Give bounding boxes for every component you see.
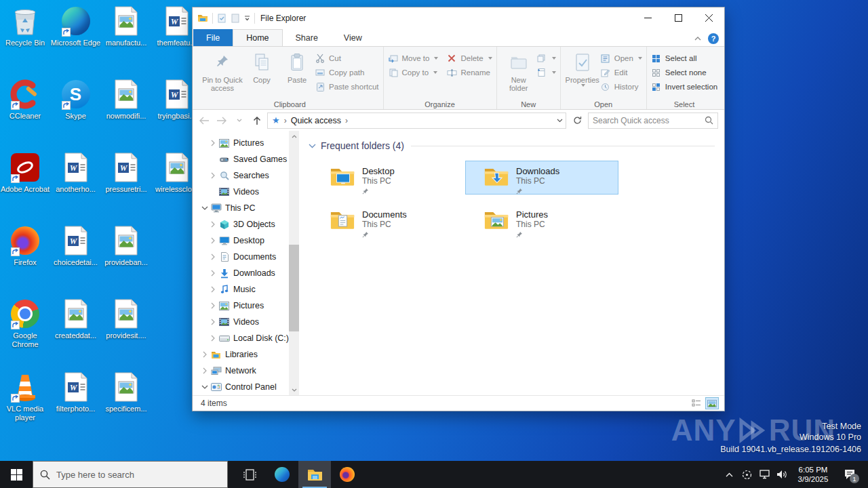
frequent-folder-tile-pictures[interactable]: PicturesThis PC xyxy=(465,204,618,238)
scroll-down-icon[interactable] xyxy=(289,384,299,395)
section-collapse-chevron-icon[interactable] xyxy=(309,144,316,148)
up-button[interactable] xyxy=(250,113,264,128)
chevron-right-icon[interactable] xyxy=(208,140,218,146)
tree-item-music[interactable]: Music xyxy=(193,281,299,298)
cut-button[interactable]: Cut xyxy=(315,52,379,64)
chevron-right-icon[interactable] xyxy=(208,335,218,342)
search-icon[interactable] xyxy=(705,116,713,125)
chevron-right-icon[interactable] xyxy=(208,237,218,244)
paste-shortcut-button[interactable]: Paste shortcut xyxy=(315,81,379,93)
qat-new-folder-icon[interactable] xyxy=(231,14,240,23)
nav-scrollbar[interactable] xyxy=(289,131,299,395)
copy-to-button[interactable]: Copy to xyxy=(388,66,439,79)
tree-item-3d-objects[interactable]: 3D Objects xyxy=(193,216,299,232)
frequent-folder-tile-downloads[interactable]: DownloadsThis PC xyxy=(465,161,618,195)
recent-locations-chevron-icon[interactable] xyxy=(232,113,247,128)
tree-item-pictures[interactable]: Pictures xyxy=(193,135,299,151)
address-breadcrumb[interactable]: Quick access xyxy=(267,113,566,129)
task-view-button[interactable] xyxy=(233,461,266,488)
desktop-icon-google-chrome[interactable]: Google Chrome xyxy=(0,298,50,349)
desktop-icon-choicedetai[interactable]: Wchoicedetai... xyxy=(51,225,101,267)
chevron-right-icon[interactable] xyxy=(208,221,218,228)
properties-button[interactable]: Properties xyxy=(565,49,600,87)
back-button[interactable] xyxy=(197,113,212,128)
taskbar-search-input[interactable]: Type here to search xyxy=(33,461,228,488)
chevron-right-icon[interactable] xyxy=(208,172,218,179)
desktop-icon-microsoft-edge[interactable]: Microsoft Edge xyxy=(51,5,101,47)
frequent-folder-tile-documents[interactable]: DocumentsThis PC xyxy=(311,204,465,238)
edit-button[interactable]: Edit xyxy=(600,66,642,79)
tree-item-libraries[interactable]: Libraries xyxy=(193,346,299,363)
chevron-right-icon[interactable] xyxy=(208,286,218,293)
desktop-icon-firefox[interactable]: Firefox xyxy=(0,225,50,267)
breadcrumb-location[interactable]: Quick access xyxy=(291,116,341,125)
tray-expand-chevron-icon[interactable] xyxy=(720,461,738,488)
easy-access-button[interactable] xyxy=(536,66,556,79)
desktop-icon-adobe-acrobat[interactable]: Adobe Acrobat xyxy=(0,152,50,194)
tab-view[interactable]: View xyxy=(331,29,375,46)
tree-item-control-panel[interactable]: Control Panel xyxy=(193,379,299,395)
tree-item-searches[interactable]: Searches xyxy=(193,167,299,184)
breadcrumb-chevron-icon2[interactable] xyxy=(344,116,349,125)
new-folder-button[interactable]: New folder xyxy=(501,49,536,92)
start-button[interactable] xyxy=(0,461,33,488)
help-button[interactable]: ? xyxy=(708,33,719,44)
minimize-button[interactable] xyxy=(633,7,663,28)
frequent-folder-tile-desktop[interactable]: DesktopThis PC xyxy=(311,161,465,195)
close-button[interactable] xyxy=(694,7,724,28)
refresh-button[interactable] xyxy=(569,113,585,129)
move-to-button[interactable]: Move to xyxy=(388,52,439,64)
desktop-icon-nowmodifi[interactable]: nowmodifi... xyxy=(101,79,151,121)
copy-path-button[interactable]: Copy path xyxy=(315,66,379,79)
tree-item-videos[interactable]: Videos xyxy=(193,314,299,330)
tree-item-videos[interactable]: Videos xyxy=(193,184,299,200)
chevron-right-icon[interactable] xyxy=(208,270,218,277)
open-button[interactable]: Open xyxy=(600,52,642,64)
chevron-down-icon[interactable] xyxy=(199,385,210,389)
desktop-icon-recycle-bin[interactable]: Recycle Bin xyxy=(0,5,50,47)
desktop-icon-manufactu[interactable]: manufactu... xyxy=(101,5,151,47)
invert-selection-button[interactable]: Invert selection xyxy=(651,81,717,93)
tray-volume-icon[interactable] xyxy=(773,461,791,488)
details-view-button[interactable] xyxy=(690,397,703,409)
rename-button[interactable]: Rename xyxy=(446,66,492,79)
chevron-right-icon[interactable] xyxy=(199,367,210,374)
chevron-right-icon[interactable] xyxy=(199,351,210,358)
qat-customize-chevron-icon[interactable] xyxy=(244,16,250,21)
tree-item-downloads[interactable]: Downloads xyxy=(193,265,299,281)
pin-to-quick-access-button[interactable]: Pin to Quick access xyxy=(201,49,244,92)
edge-taskbar-icon[interactable] xyxy=(266,461,298,488)
chevron-right-icon[interactable] xyxy=(208,319,218,325)
tree-item-this-pc[interactable]: This PC xyxy=(193,200,299,216)
desktop-icon-provideban[interactable]: provideban... xyxy=(101,225,151,267)
chevron-right-icon[interactable] xyxy=(208,253,218,260)
select-none-button[interactable]: Select none xyxy=(651,66,717,79)
desktop-icon-skype[interactable]: SSkype xyxy=(51,79,101,121)
address-dropdown-icon[interactable] xyxy=(557,119,563,123)
copy-button[interactable]: Copy xyxy=(244,49,279,84)
maximize-button[interactable] xyxy=(663,7,694,28)
tab-home[interactable]: Home xyxy=(233,29,282,46)
qat-properties-icon[interactable] xyxy=(217,14,226,23)
tab-file[interactable]: File xyxy=(193,29,233,46)
desktop-icon-providesit[interactable]: providesit.... xyxy=(101,298,151,340)
tab-share[interactable]: Share xyxy=(283,29,331,46)
tray-dashed-circle-icon[interactable] xyxy=(738,461,755,488)
tree-item-documents[interactable]: Documents xyxy=(193,249,299,265)
scroll-up-icon[interactable] xyxy=(289,131,299,142)
tree-item-saved-games[interactable]: Saved Games xyxy=(193,151,299,167)
desktop-icon-pressuretri[interactable]: Wpressuretri... xyxy=(101,152,151,194)
tree-item-local-disk-c[interactable]: Local Disk (C:) xyxy=(193,330,299,346)
tray-network-icon[interactable] xyxy=(755,461,773,488)
desktop-icon-specificem[interactable]: specificem... xyxy=(101,371,151,413)
scrollbar-thumb[interactable] xyxy=(289,245,299,332)
tree-item-network[interactable]: Network xyxy=(193,363,299,379)
desktop-icon-vlc-media-player[interactable]: VLC media player xyxy=(0,371,50,422)
chevron-right-icon[interactable] xyxy=(208,302,218,309)
desktop-icon-createddat[interactable]: createddat... xyxy=(51,298,101,340)
taskbar-clock[interactable]: 6:05 PM 3/9/2025 xyxy=(791,465,835,484)
desktop-icon-anotherho[interactable]: Wanotherho... xyxy=(51,152,101,194)
file-explorer-taskbar-icon[interactable] xyxy=(298,461,331,488)
minimize-ribbon-chevron-icon[interactable] xyxy=(694,37,701,41)
history-button[interactable]: History xyxy=(600,81,642,93)
